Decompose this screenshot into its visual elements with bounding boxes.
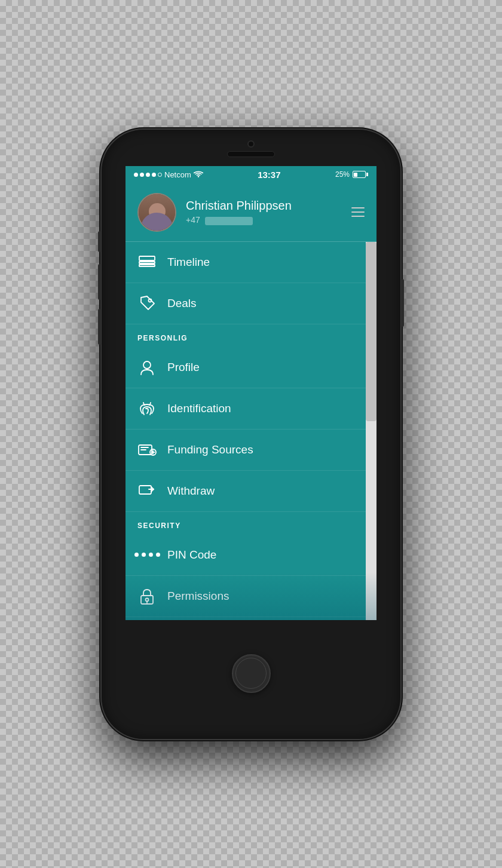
signal-dot-2 bbox=[140, 173, 144, 177]
signal-indicator bbox=[134, 173, 162, 177]
app-content: Christian Philippsen +47 bbox=[126, 183, 376, 620]
svg-rect-0 bbox=[139, 256, 155, 260]
home-button[interactable] bbox=[232, 654, 271, 693]
volume-down-button[interactable] bbox=[98, 309, 101, 345]
section-noise: NOISE bbox=[126, 617, 366, 620]
permissions-label: Permissions bbox=[167, 590, 229, 603]
status-time: 13:37 bbox=[258, 170, 280, 180]
timeline-label: Timeline bbox=[167, 256, 210, 269]
menu-item-timeline[interactable]: Timeline bbox=[126, 242, 366, 283]
camera bbox=[247, 140, 255, 148]
scrollbar[interactable] bbox=[366, 242, 376, 620]
menu-item-profile[interactable]: Profile bbox=[126, 347, 366, 388]
profile-icon bbox=[137, 358, 157, 377]
avatar bbox=[137, 193, 176, 232]
timeline-icon bbox=[137, 253, 157, 272]
menu-item-withdraw[interactable]: Withdraw bbox=[126, 471, 366, 512]
mute-button[interactable] bbox=[98, 231, 101, 252]
signal-dot-3 bbox=[146, 173, 150, 177]
home-button-inner bbox=[235, 658, 267, 689]
withdraw-label: Withdraw bbox=[167, 484, 215, 498]
funding-icon bbox=[137, 440, 157, 459]
wifi-icon bbox=[194, 171, 203, 178]
deals-icon bbox=[137, 294, 157, 313]
status-right: 25% bbox=[335, 170, 368, 179]
deals-label: Deals bbox=[167, 297, 197, 310]
menu-item-funding-sources[interactable]: Funding Sources bbox=[126, 430, 366, 471]
section-security: SECURITY bbox=[126, 512, 366, 535]
speaker bbox=[227, 151, 275, 157]
battery-percent: 25% bbox=[335, 170, 350, 179]
profile-name: Christian Philippsen bbox=[186, 199, 342, 213]
screen: Netcom 13:37 25% bbox=[126, 166, 376, 620]
menu-content: Christian Philippsen +47 bbox=[126, 183, 376, 620]
profile-phone: +47 bbox=[186, 215, 342, 225]
profile-info: Christian Philippsen +47 bbox=[186, 199, 342, 225]
section-personlig: PERSONLIG bbox=[126, 324, 366, 347]
volume-up-button[interactable] bbox=[98, 264, 101, 300]
svg-point-3 bbox=[149, 299, 152, 302]
signal-dot-4 bbox=[152, 173, 156, 177]
battery-icon bbox=[353, 171, 368, 178]
withdraw-icon bbox=[137, 481, 157, 501]
pin-code-label: PIN Code bbox=[167, 548, 216, 562]
status-left: Netcom bbox=[134, 170, 203, 179]
svg-rect-1 bbox=[139, 262, 155, 263]
menu-item-deals[interactable]: Deals bbox=[126, 283, 366, 324]
phone-top bbox=[102, 130, 400, 157]
signal-dot-1 bbox=[134, 173, 138, 177]
scrollbar-thumb bbox=[366, 242, 376, 421]
svg-rect-2 bbox=[139, 265, 155, 266]
fingerprint-icon bbox=[137, 399, 157, 418]
funding-sources-label: Funding Sources bbox=[167, 443, 253, 456]
menu-item-pin-code[interactable]: PIN Code bbox=[126, 535, 366, 576]
menu-item-identification[interactable]: Identification bbox=[126, 388, 366, 430]
phone-bottom bbox=[232, 620, 271, 739]
svg-point-4 bbox=[143, 361, 151, 369]
profile-label: Profile bbox=[167, 361, 200, 374]
pin-icon bbox=[137, 545, 157, 565]
svg-rect-7 bbox=[139, 486, 151, 494]
phone-number-blur bbox=[205, 217, 253, 225]
power-button[interactable] bbox=[401, 279, 404, 327]
menu-item-permissions[interactable]: Permissions bbox=[126, 576, 366, 617]
menu-scroll[interactable]: Timeline Deals bbox=[126, 242, 366, 620]
identification-label: Identification bbox=[167, 402, 231, 415]
profile-header[interactable]: Christian Philippsen +47 bbox=[126, 183, 376, 242]
phone-device: Netcom 13:37 25% bbox=[102, 130, 400, 739]
signal-dot-5 bbox=[158, 173, 162, 177]
status-bar: Netcom 13:37 25% bbox=[126, 166, 376, 183]
lock-icon bbox=[137, 587, 157, 606]
carrier-label: Netcom bbox=[164, 170, 191, 179]
hamburger-menu[interactable] bbox=[351, 207, 365, 217]
